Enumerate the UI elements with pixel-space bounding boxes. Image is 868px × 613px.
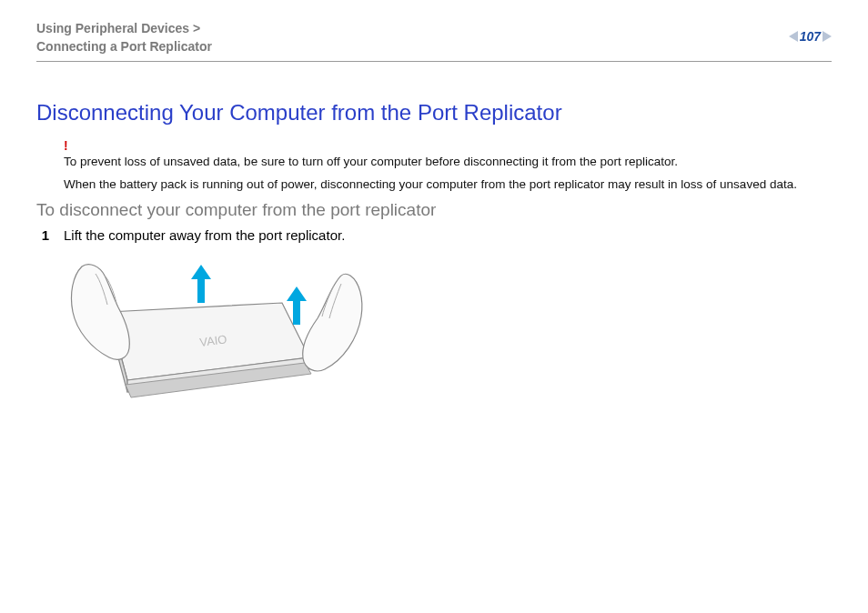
warning-block: ! To prevent loss of unsaved data, be su… [64, 138, 832, 191]
section-subhead: To disconnect your computer from the por… [36, 200, 832, 220]
lift-arrow-icon [287, 286, 307, 325]
step-text: Lift the computer away from the port rep… [64, 227, 832, 243]
warning-icon: ! [64, 138, 832, 153]
page-title: Disconnecting Your Computer from the Por… [36, 100, 832, 126]
step-list: 1 Lift the computer away from the port r… [36, 227, 832, 243]
breadcrumb: Using Peripheral Devices > Connecting a … [36, 20, 212, 55]
header-rule [36, 61, 832, 62]
lift-arrow-icon [191, 265, 211, 303]
svg-marker-4 [191, 265, 211, 303]
prev-page-icon[interactable] [789, 31, 798, 42]
document-page: Using Peripheral Devices > Connecting a … [0, 0, 868, 613]
warning-text-2: When the battery pack is running out of … [64, 177, 832, 191]
page-number: 107 [800, 29, 821, 44]
breadcrumb-line-1: Using Peripheral Devices > [36, 20, 212, 38]
page-header: Using Peripheral Devices > Connecting a … [36, 20, 832, 55]
breadcrumb-line-2: Connecting a Port Replicator [36, 38, 212, 56]
step-number: 1 [36, 227, 49, 243]
next-page-icon[interactable] [823, 31, 832, 42]
warning-text-1: To prevent loss of unsaved data, be sure… [64, 155, 832, 168]
page-navigation: 107 [789, 29, 832, 44]
svg-marker-5 [287, 286, 307, 325]
instruction-figure: VAIO [64, 257, 355, 439]
list-item: 1 Lift the computer away from the port r… [36, 227, 832, 243]
left-hand-illustration [64, 257, 164, 385]
